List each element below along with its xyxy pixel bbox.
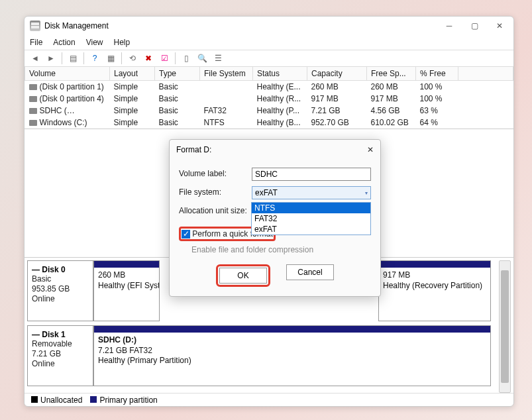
separator xyxy=(62,52,62,64)
ok-button[interactable]: OK xyxy=(219,268,267,284)
menu-view[interactable]: View xyxy=(86,38,103,47)
app-icon xyxy=(30,21,40,31)
col-status[interactable]: Status xyxy=(253,67,307,81)
allocation-label: Allocation unit size: xyxy=(179,205,252,215)
col-type[interactable]: Type xyxy=(155,67,200,81)
file-system-combobox[interactable]: exFAT ▾ xyxy=(252,186,371,199)
dropdown-option[interactable]: NTFS xyxy=(252,203,370,213)
menubar: File Action View Help xyxy=(25,35,513,50)
menu-action[interactable]: Action xyxy=(53,38,75,47)
window-title: Disk Management xyxy=(44,21,437,30)
menu-file[interactable]: File xyxy=(30,38,42,47)
file-system-label: File system: xyxy=(179,186,252,197)
legend-primary: Primary partition xyxy=(90,395,157,405)
legend: Unallocated Primary partition xyxy=(25,393,513,406)
disk-box[interactable]: — Disk 1Removable7.21 GBOnline xyxy=(27,325,93,386)
close-button[interactable]: ✕ xyxy=(487,18,512,34)
maximize-button[interactable]: ▢ xyxy=(462,18,487,34)
refresh-icon[interactable]: ⟲ xyxy=(126,52,139,65)
partition[interactable]: 917 MBHealthy (Recovery Partition) xyxy=(378,260,491,321)
dialog-buttons: OK Cancel xyxy=(170,256,380,296)
menu-help[interactable]: Help xyxy=(114,38,131,47)
forward-icon[interactable]: ► xyxy=(44,52,58,65)
ok-highlight: OK xyxy=(216,264,270,287)
table-row[interactable]: SDHC (…SimpleBasicFAT32Healthy (P...7.21… xyxy=(25,105,513,117)
col-layout[interactable]: Layout xyxy=(110,67,155,81)
compression-label: Enable file and folder compression xyxy=(191,245,313,254)
quick-format-checkbox[interactable]: ✓ xyxy=(182,230,190,238)
file-system-value: exFAT xyxy=(255,188,278,197)
partition[interactable]: SDHC (D:)7.21 GB FAT32Healthy (Primary P… xyxy=(93,325,491,386)
vertical-scrollbar[interactable] xyxy=(499,260,511,393)
dropdown-option[interactable]: FAT32 xyxy=(252,213,370,224)
chevron-down-icon: ▾ xyxy=(365,190,368,196)
delete-icon[interactable]: ✖ xyxy=(142,52,155,65)
col-volume[interactable]: Volume xyxy=(25,67,110,81)
separator xyxy=(121,52,122,64)
toolbar: ◄ ► ▤ ? ▦ ⟲ ✖ ☑ ▯ 🔍 ☰ xyxy=(25,50,513,67)
col-pctfree[interactable]: % Free xyxy=(416,67,458,81)
search-icon[interactable]: 🔍 xyxy=(195,52,209,65)
col-fs[interactable]: File System xyxy=(200,67,253,81)
dialog-close-icon[interactable]: ✕ xyxy=(367,145,374,154)
table-header-row: Volume Layout Type File System Status Ca… xyxy=(25,67,513,81)
volume-label-input[interactable] xyxy=(252,168,371,181)
minimize-button[interactable]: ─ xyxy=(437,18,462,34)
properties-icon[interactable]: ▤ xyxy=(66,52,80,65)
check-icon[interactable]: ☑ xyxy=(158,52,171,65)
col-empty xyxy=(458,67,513,81)
dropdown-option[interactable]: exFAT xyxy=(252,224,370,235)
file-system-row: File system: exFAT ▾ xyxy=(170,184,380,202)
volume-label-row: Volume label: xyxy=(170,165,380,184)
partition-row: SDHC (D:)7.21 GB FAT32Healthy (Primary P… xyxy=(93,325,499,386)
cancel-button[interactable]: Cancel xyxy=(286,264,334,280)
partition[interactable]: 260 MBHealthy (EFI System xyxy=(93,260,160,321)
disk-icon[interactable]: ▯ xyxy=(180,52,193,65)
volume-label-label: Volume label: xyxy=(179,168,252,178)
dialog-titlebar: Format D: ✕ xyxy=(170,140,380,160)
svg-rect-0 xyxy=(31,23,39,25)
titlebar: Disk Management ─ ▢ ✕ xyxy=(25,17,513,35)
help-icon[interactable]: ? xyxy=(88,52,101,65)
dialog-title: Format D: xyxy=(176,145,367,154)
file-system-dropdown-list[interactable]: NTFSFAT32exFAT xyxy=(251,202,371,235)
list-icon[interactable]: ☰ xyxy=(211,52,225,65)
volume-table: Volume Layout Type File System Status Ca… xyxy=(25,67,513,129)
table-row[interactable]: Windows (C:)SimpleBasicNTFSHealthy (B...… xyxy=(25,117,513,129)
compression-row: Enable file and folder compression xyxy=(170,243,380,256)
back-icon[interactable]: ◄ xyxy=(28,52,42,65)
svg-rect-1 xyxy=(31,26,39,28)
table-row[interactable]: (Disk 0 partition 1)SimpleBasicHealthy (… xyxy=(25,81,513,93)
col-capacity[interactable]: Capacity xyxy=(307,67,367,81)
legend-unallocated: Unallocated xyxy=(31,395,82,405)
col-free[interactable]: Free Sp... xyxy=(367,67,416,81)
format-dialog: Format D: ✕ Volume label: File system: e… xyxy=(169,139,381,297)
action-icon[interactable]: ▦ xyxy=(104,52,117,65)
separator xyxy=(83,52,84,64)
disk-box[interactable]: — Disk 0Basic953.85 GBOnline xyxy=(27,260,93,321)
separator xyxy=(175,52,176,64)
table-row[interactable]: (Disk 0 partition 4)SimpleBasicHealthy (… xyxy=(25,93,513,105)
